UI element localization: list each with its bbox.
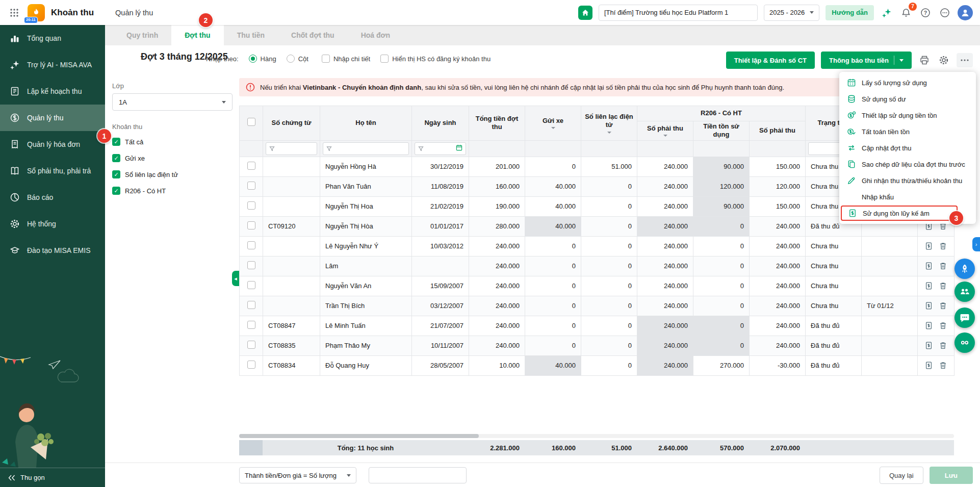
trash-icon[interactable] [939,341,948,350]
row-checkbox[interactable] [247,241,255,249]
cell-name[interactable]: Nguyễn Hồng Hà [320,157,412,176]
tab-đợt-thu[interactable]: Đợt thu [171,25,223,45]
setup-numbering-button[interactable]: Thiết lập & Đánh số CT [726,52,815,69]
formula-selector[interactable]: Thành tiền/Đơn giá = Số lượng [239,467,356,483]
cell-total[interactable]: 190.000 [469,196,525,216]
cell-doc-no[interactable] [263,256,320,276]
cell-r206[interactable]: 240.000 [637,176,693,196]
cell-so_lien_lac[interactable]: 0 [581,336,637,355]
cell-r206[interactable]: 240.000 [637,157,693,176]
cell-tien_ton[interactable]: 90.000 [693,157,750,176]
cell-dob[interactable]: 10/11/2007 [412,336,469,355]
ai-sparkle-button[interactable] [880,6,893,19]
cell-so_lien_lac[interactable]: 0 [581,216,637,236]
cell-name[interactable]: Trần Thị Bích [320,296,412,316]
sidebar-item[interactable]: Trợ lý AI - MISA AVA [0,52,105,78]
cell-total[interactable]: 240.000 [469,296,525,316]
cell-total[interactable]: 10.000 [469,355,525,375]
sidebar-item[interactable]: Quản lý thu [0,105,105,131]
guide-button[interactable]: Hướng dẫn [826,5,874,20]
cell-r206[interactable]: 240.000 [637,256,693,276]
row-checkbox[interactable] [247,341,255,349]
sidebar-item[interactable]: Đào tạo MISA EMIS [0,237,105,264]
trash-icon[interactable] [939,281,948,291]
col-header-gui-xe[interactable]: Gửi xe [525,106,581,141]
menu-item[interactable]: Sao chép dữ liệu của đợt thu trước [839,156,976,172]
user-avatar[interactable] [958,5,973,20]
cell-phai_thu[interactable]: 240.000 [750,296,806,316]
trash-icon[interactable] [939,361,948,370]
cell-dob[interactable]: 11/08/2019 [412,176,469,196]
cell-dob[interactable]: 30/12/2019 [412,157,469,176]
row-checkbox[interactable] [247,321,255,329]
cell-phai_thu[interactable]: 240.000 [750,336,806,355]
cell-tien_ton[interactable]: 0 [693,216,750,236]
fee-filter-checkbox[interactable]: ✓Sổ liên lạc điện tử [112,166,233,183]
sidebar-item[interactable]: Hệ thống [0,211,105,237]
cell-tien_ton[interactable]: 0 [693,256,750,276]
rail-expand-tab[interactable]: › [972,237,980,251]
cell-gui_xe[interactable]: 0 [525,276,581,296]
cell-dob[interactable]: 28/05/2007 [412,355,469,375]
menu-item[interactable]: Thiết lập sử dụng tiền tồn [839,107,976,123]
row-checkbox[interactable] [247,261,255,269]
print-button[interactable] [918,54,931,67]
col-header-total[interactable]: Tổng tiền đợt thu [469,106,525,141]
horizontal-scrollbar[interactable] [239,434,954,438]
cell-name[interactable]: Nguyễn Văn An [320,276,412,296]
col-header-phai-thu-2[interactable]: Số phải thu [750,121,806,141]
school-year-selector[interactable]: 2025 - 2026 [764,5,819,21]
cell-so_lien_lac[interactable]: 0 [581,196,637,216]
rocket-icon[interactable] [955,259,975,279]
cell-name[interactable]: Nguyễn Thị Hòa [320,216,412,236]
cell-doc-no[interactable] [263,236,320,256]
cell-r206[interactable]: 240.000 [637,316,693,336]
cell-dob[interactable]: 21/02/2019 [412,196,469,216]
cell-phai_thu[interactable]: 240.000 [750,276,806,296]
receipt-icon[interactable] [924,301,934,311]
cell-doc-no[interactable] [263,296,320,316]
cell-name[interactable]: Lê Nguyễn Như Ý [320,236,412,256]
cell-tien_ton[interactable]: 90.000 [693,196,750,216]
receipt-icon[interactable] [924,341,934,350]
save-button[interactable]: Lưu [930,467,973,484]
chat-icon[interactable] [955,307,975,328]
cell-phai_thu[interactable]: 240.000 [750,216,806,236]
cell-r206[interactable]: 240.000 [637,296,693,316]
menu-item[interactable]: Ghi nhận thu thừa/thiếu khoản thu [839,172,976,189]
menu-item[interactable]: Tất toán tiền tồn [839,123,976,140]
cell-so_lien_lac[interactable]: 0 [581,316,637,336]
receipt-icon[interactable] [924,361,934,370]
scrollbar-thumb[interactable] [239,434,479,438]
tab-hoá-đơn[interactable]: Hoá đơn [348,25,403,45]
cell-tien_ton[interactable]: 0 [693,316,750,336]
fee-filter-checkbox[interactable]: ✓Tất cả [112,134,233,150]
cell-total[interactable]: 240.000 [469,236,525,256]
trash-icon[interactable] [939,262,948,271]
sidebar-item[interactable]: Lập kế hoạch thu [0,78,105,105]
cell-dob[interactable]: 21/07/2007 [412,316,469,336]
cell-total[interactable]: 240.000 [469,336,525,355]
cell-phai_thu[interactable]: 240.000 [750,236,806,256]
trash-icon[interactable] [939,321,948,330]
cell-name[interactable]: Lê Minh Tuấn [320,316,412,336]
sidebar-item[interactable]: Sổ phải thu, phải trả [0,158,105,184]
row-checkbox[interactable] [247,201,255,210]
cell-total[interactable]: 240.000 [469,316,525,336]
cell-gui_xe[interactable]: 0 [525,336,581,355]
sidebar-collapse-button[interactable]: Thu gọn [0,468,105,487]
cell-r206[interactable]: 240.000 [637,236,693,256]
cell-gui_xe[interactable]: 40.000 [525,176,581,196]
cell-dob[interactable]: 01/01/2017 [412,216,469,236]
menu-item[interactable]: Cập nhật đợt thu [839,140,976,156]
cell-r206[interactable]: 240.000 [637,336,693,355]
trash-icon[interactable] [939,242,948,251]
receipt-icon[interactable] [924,321,934,330]
home-button[interactable] [578,6,592,20]
cell-phai_thu[interactable]: 240.000 [750,316,806,336]
help-button[interactable]: ? [919,6,932,19]
cell-tien_ton[interactable]: 0 [693,336,750,355]
cell-so_lien_lac[interactable]: 0 [581,355,637,375]
cell-gui_xe[interactable]: 0 [525,236,581,256]
trash-icon[interactable] [939,301,948,311]
